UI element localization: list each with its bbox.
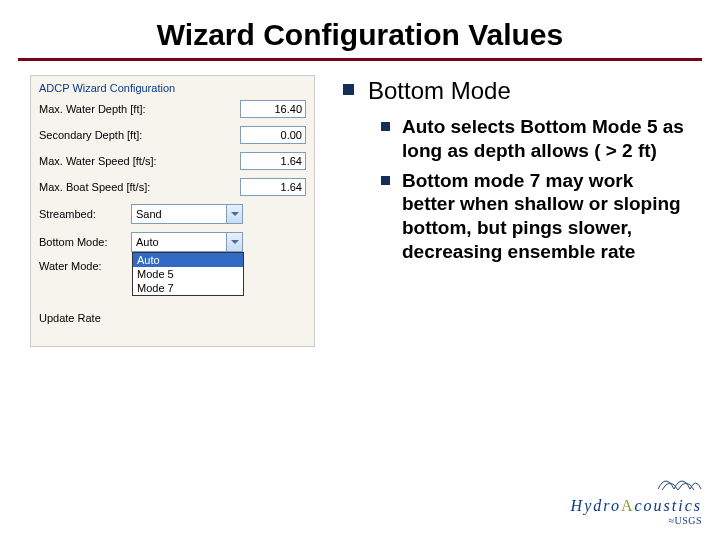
row-bottom-mode: Bottom Mode: Auto Auto Mode 5 Mode 7 (39, 232, 306, 252)
bullet-level2: Auto selects Bottom Mode 5 as long as de… (381, 115, 690, 163)
label-max-water-depth: Max. Water Depth [ft]: (39, 103, 240, 115)
label-bottom-mode: Bottom Mode: (39, 236, 131, 248)
bullet-level2: Bottom mode 7 may work better when shall… (381, 169, 690, 264)
label-water-mode: Water Mode: (39, 260, 131, 272)
option-auto[interactable]: Auto (133, 253, 243, 267)
slide-title: Wizard Configuration Values (18, 0, 702, 61)
row-max-boat-speed: Max. Boat Speed [ft/s]: (39, 178, 306, 196)
row-secondary-depth: Secondary Depth [ft]: (39, 126, 306, 144)
bullet-text-2: Bottom mode 7 may work better when shall… (402, 169, 690, 264)
square-bullet-icon (381, 176, 390, 185)
chevron-down-icon[interactable] (226, 205, 242, 223)
logo-a: A (621, 497, 635, 514)
select-streambed[interactable]: Sand (131, 204, 243, 224)
logo-text: HydroAcoustics (571, 497, 702, 515)
label-streambed: Streambed: (39, 208, 131, 220)
logo-pre: Hydro (571, 497, 621, 514)
row-streambed: Streambed: Sand (39, 204, 306, 224)
input-secondary-depth[interactable] (240, 126, 306, 144)
input-max-water-depth[interactable] (240, 100, 306, 118)
bottom-mode-dropdown: Auto Mode 5 Mode 7 (132, 252, 244, 296)
select-bottom-mode[interactable]: Auto Auto Mode 5 Mode 7 (131, 232, 243, 252)
option-mode-7[interactable]: Mode 7 (133, 281, 243, 295)
square-bullet-icon (381, 122, 390, 131)
row-max-water-speed: Max. Water Speed [ft/s]: (39, 152, 306, 170)
chevron-down-icon[interactable] (226, 233, 242, 251)
footer-logo: HydroAcoustics ≈USGS (571, 469, 702, 526)
select-bottom-mode-value: Auto (132, 236, 226, 248)
option-mode-5[interactable]: Mode 5 (133, 267, 243, 281)
content-area: ADCP Wizard Configuration Max. Water Dep… (0, 75, 720, 347)
input-max-water-speed[interactable] (240, 152, 306, 170)
bullet-column: Bottom Mode Auto selects Bottom Mode 5 a… (343, 75, 690, 347)
wave-icon (656, 469, 702, 493)
bullet-heading: Bottom Mode (368, 77, 511, 105)
row-update-rate: Update Rate Auto (39, 308, 306, 328)
label-secondary-depth: Secondary Depth [ft]: (39, 129, 240, 141)
panel-heading: ADCP Wizard Configuration (39, 82, 306, 94)
select-streambed-value: Sand (132, 208, 226, 220)
bullet-text-1: Auto selects Bottom Mode 5 as long as de… (402, 115, 690, 163)
row-max-water-depth: Max. Water Depth [ft]: (39, 100, 306, 118)
bullet-level1: Bottom Mode (343, 77, 690, 105)
logo-post: coustics (634, 497, 702, 514)
input-max-boat-speed[interactable] (240, 178, 306, 196)
square-bullet-icon (343, 84, 354, 95)
logo-subtext: ≈USGS (571, 515, 702, 526)
label-update-rate: Update Rate (39, 312, 131, 324)
adcp-config-panel: ADCP Wizard Configuration Max. Water Dep… (30, 75, 315, 347)
label-max-water-speed: Max. Water Speed [ft/s]: (39, 155, 240, 167)
label-max-boat-speed: Max. Boat Speed [ft/s]: (39, 181, 240, 193)
